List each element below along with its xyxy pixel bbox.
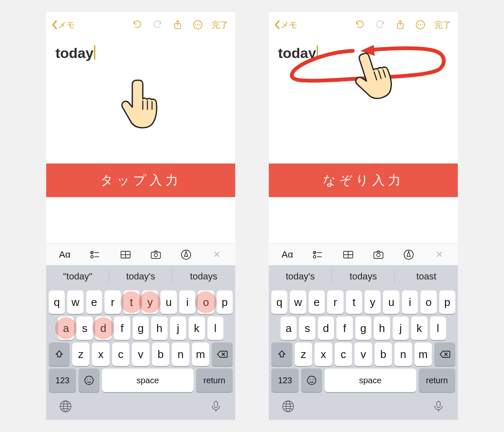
back-button[interactable]: メモ bbox=[51, 19, 75, 31]
prediction-3[interactable]: toast bbox=[395, 265, 458, 288]
note-editor[interactable]: today タップ入力 bbox=[46, 37, 235, 243]
key-v[interactable]: v bbox=[132, 342, 149, 366]
share-button[interactable] bbox=[170, 17, 186, 33]
key-w[interactable]: w bbox=[67, 290, 83, 314]
done-button[interactable]: 完了 bbox=[210, 19, 230, 31]
key-p[interactable]: p bbox=[439, 290, 455, 314]
key-e[interactable]: e bbox=[86, 290, 102, 314]
key-a[interactable]: a bbox=[58, 316, 74, 340]
camera-button[interactable] bbox=[368, 246, 389, 263]
key-q[interactable]: q bbox=[49, 290, 65, 314]
key-s[interactable]: s bbox=[76, 316, 92, 340]
table-button[interactable] bbox=[115, 246, 136, 263]
key-p[interactable]: p bbox=[217, 290, 233, 314]
key-k[interactable]: k bbox=[189, 316, 205, 340]
key-m[interactable]: m bbox=[415, 342, 432, 366]
done-button[interactable]: 完了 bbox=[433, 19, 453, 31]
key-t[interactable]: t bbox=[346, 290, 362, 314]
key-q[interactable]: q bbox=[271, 290, 287, 314]
space-key[interactable]: space bbox=[325, 369, 416, 392]
key-s[interactable]: s bbox=[299, 316, 315, 340]
undo-button[interactable] bbox=[352, 17, 368, 33]
key-b[interactable]: b bbox=[375, 342, 392, 366]
key-w[interactable]: w bbox=[290, 290, 306, 314]
globe-button[interactable] bbox=[281, 400, 295, 415]
key-h[interactable]: h bbox=[151, 316, 167, 340]
redo-button[interactable] bbox=[372, 17, 388, 33]
key-v[interactable]: v bbox=[354, 342, 372, 366]
share-button[interactable] bbox=[392, 17, 408, 33]
more-button[interactable] bbox=[190, 17, 206, 33]
key-u[interactable]: u bbox=[160, 290, 176, 314]
key-f[interactable]: f bbox=[114, 316, 130, 340]
prediction-2[interactable]: todays bbox=[332, 265, 395, 288]
note-editor[interactable]: today なぞり入力 bbox=[269, 37, 458, 243]
numeric-key[interactable]: 123 bbox=[271, 369, 299, 392]
emoji-key[interactable] bbox=[79, 369, 99, 392]
key-i[interactable]: i bbox=[179, 290, 195, 314]
more-button[interactable] bbox=[412, 17, 428, 33]
key-e[interactable]: e bbox=[309, 290, 325, 314]
key-c[interactable]: c bbox=[112, 342, 129, 366]
key-x[interactable]: x bbox=[315, 342, 332, 366]
prediction-1[interactable]: "today" bbox=[46, 265, 109, 288]
prediction-3[interactable]: todays bbox=[172, 265, 235, 288]
markup-button[interactable] bbox=[175, 246, 197, 263]
key-m[interactable]: m bbox=[192, 342, 209, 366]
return-key[interactable]: return bbox=[419, 369, 455, 392]
redo-button[interactable] bbox=[150, 17, 165, 33]
key-n[interactable]: n bbox=[394, 342, 412, 366]
numeric-key[interactable]: 123 bbox=[49, 369, 76, 392]
globe-button[interactable] bbox=[59, 400, 72, 415]
key-j[interactable]: j bbox=[170, 316, 186, 340]
key-x[interactable]: x bbox=[92, 342, 109, 366]
table-button[interactable] bbox=[337, 246, 359, 263]
checklist-button[interactable] bbox=[84, 246, 106, 263]
key-y[interactable]: y bbox=[365, 290, 381, 314]
dictation-button[interactable] bbox=[209, 400, 223, 415]
key-k[interactable]: k bbox=[411, 316, 427, 340]
key-g[interactable]: g bbox=[133, 316, 149, 340]
undo-button[interactable] bbox=[129, 17, 145, 33]
dictation-button[interactable] bbox=[432, 400, 445, 415]
backspace-key[interactable] bbox=[434, 342, 455, 366]
backspace-key[interactable] bbox=[212, 342, 233, 366]
key-o[interactable]: o bbox=[198, 290, 214, 314]
key-g[interactable]: g bbox=[355, 316, 371, 340]
key-t[interactable]: t bbox=[123, 290, 139, 314]
key-n[interactable]: n bbox=[172, 342, 189, 366]
prediction-1[interactable]: today's bbox=[269, 265, 332, 288]
key-d[interactable]: d bbox=[318, 316, 334, 340]
key-a[interactable]: a bbox=[281, 316, 297, 340]
close-format-button[interactable]: ✕ bbox=[428, 246, 450, 263]
key-c[interactable]: c bbox=[335, 342, 352, 366]
markup-button[interactable] bbox=[398, 246, 420, 263]
key-d[interactable]: d bbox=[95, 316, 111, 340]
camera-button[interactable] bbox=[145, 246, 167, 263]
key-o[interactable]: o bbox=[420, 290, 436, 314]
key-r[interactable]: r bbox=[327, 290, 343, 314]
text-style-button[interactable]: Aα bbox=[54, 246, 76, 263]
prediction-2[interactable]: today's bbox=[109, 265, 172, 288]
key-u[interactable]: u bbox=[383, 290, 399, 314]
key-l[interactable]: l bbox=[207, 316, 223, 340]
key-z[interactable]: z bbox=[72, 342, 89, 366]
key-f[interactable]: f bbox=[336, 316, 352, 340]
close-format-button[interactable]: ✕ bbox=[206, 246, 228, 263]
key-i[interactable]: i bbox=[402, 290, 418, 314]
key-y[interactable]: y bbox=[142, 290, 158, 314]
shift-key[interactable] bbox=[49, 342, 70, 366]
return-key[interactable]: return bbox=[196, 369, 233, 392]
emoji-key[interactable] bbox=[301, 369, 322, 392]
back-button[interactable]: メモ bbox=[274, 19, 297, 31]
key-z[interactable]: z bbox=[295, 342, 312, 366]
key-r[interactable]: r bbox=[105, 290, 121, 314]
key-b[interactable]: b bbox=[152, 342, 169, 366]
space-key[interactable]: space bbox=[102, 369, 194, 392]
checklist-button[interactable] bbox=[307, 246, 328, 263]
key-h[interactable]: h bbox=[374, 316, 390, 340]
text-style-button[interactable]: Aα bbox=[276, 246, 298, 263]
shift-key[interactable] bbox=[271, 342, 292, 366]
key-l[interactable]: l bbox=[430, 316, 446, 340]
key-j[interactable]: j bbox=[393, 316, 409, 340]
